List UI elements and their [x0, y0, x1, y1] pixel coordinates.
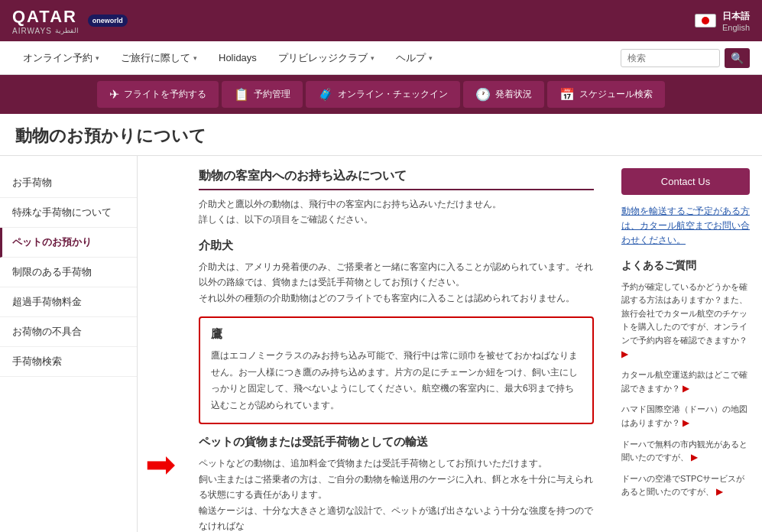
- nav-search: 🔍: [621, 48, 750, 68]
- faq-item-1[interactable]: 予約が確定しているかどうかを確認する方法はありますか？また、旅行会社でカタール航…: [621, 281, 750, 362]
- book-flight-button[interactable]: ✈ フライトを予約する: [97, 81, 219, 108]
- nav-item-travel[interactable]: ご旅行に際して ▾: [110, 41, 208, 75]
- chevron-down-icon: ▾: [429, 54, 433, 62]
- airways-text: AIRWAYS: [12, 27, 52, 35]
- red-arrow-icon: ➡: [145, 446, 176, 483]
- section4-text: ペットなどの動物は、追加料金で貨物または受託手荷物としてお預けいただけます。 飼…: [199, 456, 594, 532]
- faq-title: よくあるご質問: [621, 259, 750, 273]
- oneworld-badge: oneworld: [88, 15, 128, 27]
- checkin-icon: 🧳: [318, 87, 333, 102]
- faq-item-1-text: 予約が確定しているかどうかを確認する方法はありますか？また、旅行会社でカタール航…: [621, 282, 747, 345]
- sidebar-item-baggage[interactable]: お手荷物: [0, 168, 137, 198]
- section1-title: 動物の客室内へのお持ち込みについて: [199, 168, 594, 190]
- section4-title: ペットの貨物または受託手荷物としての輸送: [199, 435, 594, 449]
- faq-item-5[interactable]: ドーハの空港でSTPCサービスがあると聞いたのですが、 ▶: [621, 472, 750, 499]
- sidebar-item-special-baggage[interactable]: 特殊な手荷物について: [0, 198, 137, 228]
- arrow-right-icon: ▶: [683, 384, 689, 393]
- sidebar-item-pets[interactable]: ペットのお預かり: [0, 228, 137, 258]
- section2-title: 介助犬: [199, 238, 594, 253]
- section1-text: 介助犬と鷹以外の動物は、飛行中の客室内にお持ち込みいただけません。 詳しくは、以…: [199, 196, 594, 228]
- contact-us-button[interactable]: Contact Us: [621, 168, 750, 195]
- nav-item-booking[interactable]: オンライン予約 ▾: [12, 41, 110, 75]
- section3-title: 鷹: [211, 327, 582, 342]
- arrow-right-icon: ▶: [691, 453, 697, 462]
- lang-ja-label: 日本語: [722, 10, 750, 23]
- japan-flag-icon: [695, 14, 716, 28]
- sidebar-item-restricted[interactable]: 制限のある手荷物: [0, 258, 137, 287]
- arrow-right-icon: ▶: [683, 418, 689, 427]
- content-wrapper: お手荷物 特殊な手荷物について ペットのお預かり 制限のある手荷物 超過手荷物料…: [0, 156, 762, 532]
- main-content: 動物の客室内へのお持ち込みについて 介助犬と鷹以外の動物は、飛行中の客室内にお持…: [183, 156, 609, 532]
- lang-en-label[interactable]: English: [722, 23, 750, 32]
- quick-action-toolbar: ✈ フライトを予約する 📋 予約管理 🧳 オンライン・チェックイン 🕐 発着状況…: [0, 75, 762, 114]
- manage-booking-button[interactable]: 📋 予約管理: [222, 81, 303, 108]
- chevron-down-icon: ▾: [371, 54, 375, 62]
- arabic-text: القطرية: [55, 27, 79, 34]
- plane-icon: ✈: [109, 87, 119, 102]
- nav-item-holidays[interactable]: Holidays: [208, 41, 268, 75]
- falcon-highlight-box: 鷹 鷹はエコノミークラスのみお持ち込み可能で、飛行中は常に頭巾を被せておかねばな…: [199, 316, 594, 424]
- nav-item-help[interactable]: ヘルプ ▾: [385, 41, 443, 75]
- sidebar-item-damaged[interactable]: お荷物の不具合: [0, 317, 137, 347]
- search-input[interactable]: [621, 49, 720, 67]
- chevron-down-icon: ▾: [193, 54, 197, 62]
- sidebar: お手荷物 特殊な手荷物について ペットのお預かり 制限のある手荷物 超過手荷物料…: [0, 156, 138, 532]
- faq-item-2[interactable]: カタール航空運送約款はどこで確認できますか？ ▶: [621, 368, 750, 395]
- qatar-text: QATAR: [12, 7, 79, 27]
- main-nav: オンライン予約 ▾ ご旅行に際して ▾ Holidays プリビレッジクラブ ▾…: [0, 41, 762, 75]
- section3-text: 鷹はエコノミークラスのみお持ち込み可能で、飛行中は常に頭巾を被せておかねばなりま…: [211, 348, 582, 414]
- faq-item-4[interactable]: ドーハで無料の市内観光があると聞いたのですが、 ▶: [621, 438, 750, 465]
- header-right: 日本語 English: [695, 10, 750, 32]
- faq-item-5-text: ドーハの空港でSTPCサービスがあると聞いたのですが、: [621, 474, 744, 497]
- arrow-right-icon: ▶: [621, 349, 627, 358]
- page-title-bar: 動物のお預かりについて: [0, 114, 762, 156]
- qatar-logo: QATAR AIRWAYS القطرية: [12, 7, 79, 35]
- calendar-icon: 📅: [559, 87, 575, 102]
- nav-item-privilege[interactable]: プリビレッジクラブ ▾: [268, 41, 385, 75]
- sidebar-item-excess[interactable]: 超過手荷物料金: [0, 287, 137, 317]
- arrow-indicator: ➡: [138, 156, 183, 532]
- faq-item-3[interactable]: ハマド国際空港（ドーハ）の地図はありますか？ ▶: [621, 403, 750, 430]
- logo-area: QATAR AIRWAYS القطرية oneworld: [12, 7, 128, 35]
- search-button[interactable]: 🔍: [725, 48, 750, 68]
- page-title: 動物のお預かりについて: [15, 125, 747, 148]
- page-container: 動物のお預かりについて お手荷物 特殊な手荷物について ペットのお預かり 制限の…: [0, 114, 762, 532]
- contact-link-text[interactable]: 動物を輸送するご予定がある方は、カタール航空までお問い合わせください。: [621, 204, 750, 248]
- right-panel: Contact Us 動物を輸送するご予定がある方は、カタール航空までお問い合わ…: [609, 156, 762, 532]
- arrow-right-icon: ▶: [716, 487, 722, 496]
- section2-text: 介助犬は、アメリカ発着便のみ、ご搭乗者と一緒に客室内に入ることが認められています…: [199, 259, 594, 306]
- schedule-button[interactable]: 📅 スケジュール検索: [547, 81, 665, 108]
- checkin-button[interactable]: 🧳 オンライン・チェックイン: [306, 81, 460, 108]
- clock-icon: 🕐: [475, 87, 491, 102]
- booking-icon: 📋: [234, 87, 249, 102]
- chevron-down-icon: ▾: [96, 54, 99, 62]
- flight-status-button[interactable]: 🕐 発着状況: [463, 81, 544, 108]
- sidebar-item-search[interactable]: 手荷物検索: [0, 347, 137, 377]
- language-selector[interactable]: 日本語 English: [722, 10, 750, 32]
- site-header: QATAR AIRWAYS القطرية oneworld 日本語 Engli…: [0, 0, 762, 41]
- faq-item-4-text: ドーハで無料の市内観光があると聞いたのですが、: [621, 440, 747, 462]
